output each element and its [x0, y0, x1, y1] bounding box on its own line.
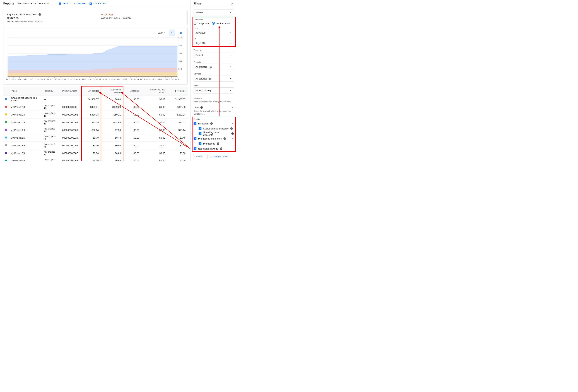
summary-amount: $2,042.95	[7, 16, 43, 19]
cell-subtotal: $333.88	[167, 103, 188, 111]
help-icon[interactable]: ?	[223, 137, 226, 140]
promotions-checkbox[interactable]: Promotions ?	[193, 141, 234, 146]
cell-project-id: my-project-19	[42, 119, 60, 126]
presets-select[interactable]: Presets	[193, 9, 234, 15]
cell-negotiated-savings: -$0.40	[101, 134, 123, 142]
cell-subtotal: $0.00	[167, 142, 188, 149]
table-row: My Project 15 my-project-15 000000000002…	[3, 111, 188, 119]
invoice-month-radio[interactable]: Invoice month	[212, 21, 231, 25]
chevron-up-icon[interactable]	[231, 122, 234, 125]
series-dot	[5, 144, 7, 146]
chevron-down-icon[interactable]	[231, 96, 234, 99]
svg-text:Jul 26: Jul 26	[145, 78, 150, 80]
cell-negotiated-savings: $0.00	[101, 96, 123, 103]
time-range-label: Time range	[193, 18, 234, 20]
bar-chart-button[interactable]	[178, 30, 185, 36]
services-label: Services	[193, 73, 234, 75]
cell-project: My Project 19	[8, 119, 42, 126]
help-icon[interactable]: ?	[210, 122, 213, 125]
cell-negotiated-savings: -$41.03	[101, 119, 123, 126]
cell-promotions: $0.00	[142, 126, 167, 134]
col-negotiated-savings[interactable]: Negotiated savings	[101, 87, 123, 96]
print-button[interactable]: PRINT	[58, 2, 70, 5]
close-filters-button[interactable]: CLOSE FILTERS	[207, 154, 230, 159]
svg-text:Jul 24: Jul 24	[134, 78, 139, 80]
svg-text:Jul 5: Jul 5	[23, 78, 27, 80]
svg-text:Jul 6: Jul 6	[29, 78, 33, 80]
help-icon[interactable]: ?	[217, 142, 219, 145]
save-icon	[89, 2, 92, 5]
help-icon[interactable]: ?	[220, 147, 222, 150]
col-project-id[interactable]: Project ID	[42, 87, 60, 96]
skus-select[interactable]: All SKUs (194)	[193, 87, 234, 94]
cell-project-number: 000000000009	[60, 119, 82, 126]
chart-area: $20$40$60$80$100Jul 2Jul 3Jul 4Jul 5Jul …	[6, 37, 185, 82]
col-promotions[interactable]: Promotions and others	[142, 87, 167, 96]
line-chart-icon	[170, 31, 174, 35]
to-label: To	[193, 37, 234, 39]
save-view-button[interactable]: SAVE VIEW	[89, 2, 106, 5]
promotions-others-checkbox[interactable]: Promotions and others ?	[193, 136, 234, 141]
cell-project-number	[60, 96, 82, 103]
to-select[interactable]: July 2020	[193, 40, 234, 46]
close-icon[interactable]	[231, 2, 234, 5]
reset-button[interactable]: RESET	[193, 154, 206, 159]
projects-select[interactable]: All projects (40)	[193, 64, 234, 70]
svg-text:Jul 8: Jul 8	[41, 78, 45, 80]
series-dot	[5, 159, 7, 161]
cell-negotiated-savings: -$7.50	[101, 126, 123, 134]
chevron-up-icon[interactable]	[231, 137, 234, 140]
help-icon[interactable]: ?	[200, 106, 203, 109]
spending-based-checkbox[interactable]: Spending based discounts ?	[193, 131, 234, 136]
cell-project-id: my-project-73	[42, 149, 60, 157]
col-discounts[interactable]: Discounts	[123, 87, 142, 96]
help-icon[interactable]: ?	[230, 127, 233, 130]
cell-discounts: $0.00	[123, 103, 142, 111]
svg-text:Jul 30: Jul 30	[169, 78, 174, 80]
col-project[interactable]: Project	[8, 87, 42, 96]
caret-down-icon	[229, 42, 232, 45]
svg-text:$60: $60	[178, 52, 182, 54]
col-subtotal[interactable]: Subtotal	[167, 87, 188, 96]
cell-project: My Project 26	[8, 134, 42, 142]
negotiated-savings-checkbox[interactable]: Negotiated savings ?	[193, 146, 234, 151]
caret-down-icon	[229, 89, 232, 92]
help-icon[interactable]: ?	[39, 13, 41, 16]
svg-text:Jul 2: Jul 2	[6, 78, 10, 80]
table-row: My Project 20 my-project-20 000000000006…	[3, 126, 188, 134]
svg-text:Jul 25: Jul 25	[140, 78, 145, 80]
col-project-number[interactable]: Project number	[60, 87, 82, 96]
series-dot	[5, 137, 7, 139]
cell-subtotal: $0.00	[167, 149, 188, 157]
cell-project-number: 000000000007	[60, 149, 82, 157]
cell-discounts: $0.00	[123, 134, 142, 142]
cell-promotions: $0.00	[142, 111, 167, 119]
cell-promotions: $0.00	[142, 103, 167, 111]
cell-negotiated-savings: $0.00	[101, 149, 123, 157]
group-by-select[interactable]: Project	[193, 52, 234, 58]
share-button[interactable]: SHARE	[73, 2, 86, 5]
check-icon	[194, 147, 196, 150]
check-icon	[199, 143, 201, 145]
svg-text:$80: $80	[178, 45, 182, 47]
chevron-down-icon[interactable]	[231, 106, 234, 109]
account-dropdown[interactable]: My Contract Billing Account	[18, 2, 49, 5]
help-icon[interactable]: ?	[96, 90, 99, 92]
discounts-checkbox[interactable]: Discounts ?	[193, 121, 234, 126]
help-icon[interactable]: ?	[231, 132, 234, 135]
table-row: My Project 19 my-project-19 000000000009…	[3, 119, 188, 126]
line-chart-button[interactable]	[169, 30, 175, 36]
chart-grain-dropdown[interactable]: Daily	[158, 32, 166, 34]
sustained-use-checkbox[interactable]: Sustained use discounts ?	[193, 126, 234, 131]
link-icon	[73, 2, 76, 5]
series-dot	[5, 121, 7, 123]
svg-text:Jul 17: Jul 17	[93, 78, 98, 80]
cell-list-cost: $493.51	[82, 103, 101, 111]
from-select[interactable]: July 2020	[193, 30, 234, 36]
labels-sub: Select the key and values of the labels …	[193, 110, 234, 115]
cell-list-cost: $0.00	[82, 149, 101, 157]
usage-date-radio[interactable]: Usage date	[193, 21, 209, 25]
print-icon	[58, 2, 61, 5]
col-list-cost[interactable]: List cost ?	[82, 87, 101, 96]
services-select[interactable]: All services (16)	[193, 76, 234, 82]
